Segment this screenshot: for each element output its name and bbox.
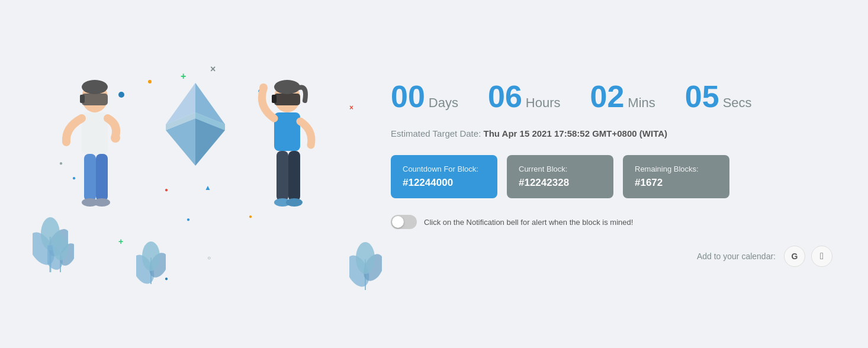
target-date-prefix: Estimated Target Date: (391, 128, 481, 138)
secs-unit: 05 Secs (685, 81, 752, 112)
svg-point-33 (53, 234, 68, 260)
notification-toggle[interactable] (391, 215, 417, 229)
apple-calendar-button[interactable]:  (811, 246, 832, 267)
countdown-block-label: Countdown For Block: (403, 165, 486, 173)
remaining-block-card: Remaining Blocks: #1672 (623, 155, 729, 198)
mins-value: 02 (590, 81, 625, 112)
calendar-row: Add to your calendar: G  (391, 246, 832, 267)
current-block-label: Current Block: (519, 165, 602, 173)
google-icon: G (792, 252, 798, 261)
hours-label: Hours (526, 95, 561, 111)
toggle-knob (392, 216, 404, 228)
svg-rect-13 (96, 154, 108, 201)
svg-rect-8 (80, 95, 85, 103)
google-calendar-button[interactable]: G (784, 246, 805, 267)
secs-value: 05 (685, 81, 719, 112)
calendar-label: Add to your calendar: (697, 252, 776, 261)
decor-dot: ○ (207, 254, 211, 261)
countdown-row: 00 Days 06 Hours 02 Mins 05 Secs (391, 81, 832, 112)
decor-cross: × (210, 64, 216, 75)
svg-rect-20 (274, 112, 300, 151)
block-cards: Countdown For Block: #12244000 Current B… (391, 155, 832, 198)
svg-point-25 (286, 198, 303, 207)
remaining-block-value: #1672 (635, 177, 718, 189)
remaining-block-label: Remaining Blocks: (635, 165, 718, 173)
person-right (255, 77, 332, 281)
plant-left-small (47, 225, 74, 275)
target-date-value: Thu Apr 15 2021 17:58:52 GMT+0800 (WITA) (483, 128, 667, 138)
mins-label: Mins (628, 95, 655, 111)
hours-unit: 06 Hours (488, 81, 561, 112)
notification-text: Click on the Notification bell for alert… (424, 218, 633, 227)
countdown-block-card: Countdown For Block: #12244000 (391, 155, 497, 198)
content-area: 00 Days 06 Hours 02 Mins 05 Secs Estimat… (367, 57, 868, 291)
page-container: + × ● × ● ● ▲ ● ● ● + ○ ● (0, 0, 868, 348)
svg-point-37 (142, 241, 160, 271)
decor-drop: ● (187, 216, 190, 223)
days-unit: 00 Days (391, 81, 458, 112)
svg-rect-12 (84, 154, 96, 201)
svg-rect-18 (272, 95, 277, 103)
svg-point-41 (356, 242, 375, 274)
days-label: Days (429, 95, 458, 111)
decor-dot: ● (165, 186, 168, 193)
eth-diamond (160, 77, 231, 174)
plant-right (349, 231, 382, 292)
mins-unit: 02 Mins (590, 81, 655, 112)
apple-icon:  (820, 251, 824, 262)
plant-mid (136, 231, 166, 286)
svg-rect-22 (277, 151, 288, 201)
svg-point-9 (82, 80, 108, 94)
decor-cross: × (349, 104, 353, 112)
decor-dot: ▲ (204, 183, 211, 192)
svg-rect-7 (82, 94, 108, 105)
svg-rect-23 (288, 151, 300, 201)
current-block-value: #12242328 (519, 177, 602, 189)
illustration-area: + × ● × ● ● ▲ ● ● ● + ○ ● (0, 0, 367, 348)
svg-point-15 (94, 198, 110, 207)
days-value: 00 (391, 81, 425, 112)
current-block-card: Current Block: #12242328 (507, 155, 613, 198)
svg-point-11 (111, 133, 120, 143)
svg-rect-17 (274, 94, 300, 105)
svg-point-19 (274, 80, 300, 94)
target-date: Estimated Target Date: Thu Apr 15 2021 1… (391, 128, 832, 138)
decor-dot (148, 80, 152, 83)
notification-row: Click on the Notification bell for alert… (391, 215, 832, 229)
countdown-block-value: #12244000 (403, 177, 486, 189)
secs-label: Secs (723, 95, 752, 111)
decor-dot: ● (249, 213, 252, 220)
svg-point-21 (259, 83, 268, 92)
hours-value: 06 (488, 81, 522, 112)
